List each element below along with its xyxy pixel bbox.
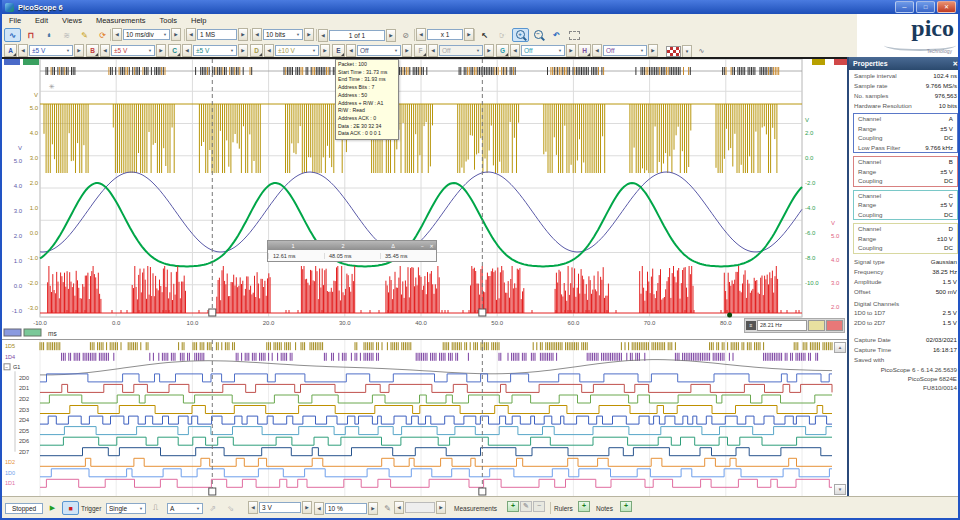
close-button[interactable]: ✕: [937, 1, 956, 13]
menu-item-edit[interactable]: Edit: [28, 16, 55, 25]
channel-c-range-decrease[interactable]: ◀: [182, 44, 192, 57]
pointer-tool-icon[interactable]: ↖: [476, 28, 493, 42]
menu-item-measurements[interactable]: Measurements: [89, 16, 153, 25]
channel-b-label-button[interactable]: B: [86, 44, 99, 57]
notes-button[interactable]: +: [620, 501, 632, 512]
samples-decrease-button[interactable]: ◀: [186, 28, 196, 41]
channel-h-range-increase[interactable]: ▶: [648, 44, 658, 57]
channel-c-axis-chip[interactable]: [23, 59, 39, 65]
rulers-button[interactable]: +: [578, 501, 590, 512]
menu-item-file[interactable]: File: [2, 16, 28, 25]
channel-d-range-increase[interactable]: ▶: [320, 44, 330, 57]
channel-e-range-increase[interactable]: ▶: [402, 44, 412, 57]
time-ruler-handle-2[interactable]: [479, 309, 486, 316]
channel-g-range-select[interactable]: Off▼: [521, 45, 565, 56]
advanced-trigger-icon[interactable]: ⎍: [147, 501, 164, 515]
channel-a-range-select[interactable]: ±5 V▼: [29, 45, 73, 56]
menu-item-views[interactable]: Views: [55, 16, 89, 25]
channel-f-range-decrease[interactable]: ◀: [428, 44, 438, 57]
timebase-select[interactable]: 10 ms/div▼: [123, 29, 170, 40]
timebase-decrease-button[interactable]: ◀: [112, 28, 122, 41]
ruler-legend-close-icon[interactable]: ✕: [427, 243, 436, 249]
channel-c-label-button[interactable]: C: [168, 44, 181, 57]
channel-f-label-button[interactable]: F: [414, 44, 427, 57]
channel-e-range-decrease[interactable]: ◀: [346, 44, 356, 57]
spectrum-view-icon[interactable]: ılı: [40, 28, 57, 42]
samples-field[interactable]: 1 MS: [197, 29, 237, 40]
frequency-legend-chip-yellow[interactable]: [808, 320, 825, 331]
buffer-next-button[interactable]: ▶: [386, 29, 396, 42]
timebase-increase-button[interactable]: ▶: [171, 28, 181, 41]
properties-close-icon[interactable]: ✕: [953, 60, 958, 68]
channel-a-range-decrease[interactable]: ◀: [18, 44, 28, 57]
start-capture-icon[interactable]: ▶: [44, 501, 61, 515]
resolution-decrease-button[interactable]: ◀: [252, 28, 262, 41]
trigger-marker[interactable]: [727, 313, 732, 318]
right-axis-scroll-chip[interactable]: [24, 329, 41, 336]
ruler-legend-minimize-icon[interactable]: −: [418, 243, 427, 249]
maximize-button[interactable]: □: [916, 1, 935, 13]
buffer-page-field[interactable]: 1 of 1: [329, 30, 385, 41]
probe-icon[interactable]: ∿: [693, 44, 710, 58]
channel-g-range-decrease[interactable]: ◀: [510, 44, 520, 57]
zoom-in-tool-icon[interactable]: +: [512, 28, 529, 42]
buffer-previous-button[interactable]: ◀: [318, 29, 328, 42]
digital-scroll-down-button[interactable]: ▼: [834, 484, 846, 495]
trigger-source-select[interactable]: A▼: [167, 503, 203, 514]
zoom-factor-field[interactable]: x 1: [427, 29, 463, 40]
channel-d-range-decrease[interactable]: ◀: [264, 44, 274, 57]
trigger-delay-increase-button[interactable]: ▶: [436, 501, 446, 514]
resolution-select[interactable]: 10 bits▼: [263, 29, 303, 40]
pretrigger-increase-button[interactable]: ▶: [368, 502, 378, 515]
zoom-undo-icon[interactable]: ↶: [548, 28, 565, 42]
falling-edge-icon[interactable]: ⇘: [222, 501, 239, 515]
channel-d-label-button[interactable]: D: [250, 44, 263, 57]
channel-b-range-decrease[interactable]: ◀: [100, 44, 110, 57]
zoom-increase-button[interactable]: ▶: [464, 28, 474, 41]
channel-a-axis-chip[interactable]: [4, 59, 20, 65]
channel-f-range-increase[interactable]: ▶: [484, 44, 494, 57]
channel-b-range-select[interactable]: ±5 V▼: [111, 45, 155, 56]
channel-g-range-increase[interactable]: ▶: [566, 44, 576, 57]
time-ruler-handle-1[interactable]: [209, 309, 216, 316]
zoom-decrease-button[interactable]: ◀: [416, 28, 426, 41]
channel-c-range-increase[interactable]: ▶: [238, 44, 248, 57]
frequency-legend-icon[interactable]: ≡: [746, 321, 756, 330]
channel-d-axis-chip[interactable]: [812, 59, 825, 65]
channel-a-range-increase[interactable]: ▶: [74, 44, 84, 57]
channel-h-label-button[interactable]: H: [578, 44, 591, 57]
channel-b-axis-chip[interactable]: [834, 59, 847, 65]
trigger-level-increase-button[interactable]: ▶: [302, 501, 312, 514]
digital-channels-dropdown[interactable]: ▼: [682, 45, 692, 58]
delete-measurement-button[interactable]: −: [533, 501, 545, 512]
minimize-button[interactable]: ─: [895, 1, 914, 13]
stop-capture-icon[interactable]: ■: [62, 501, 79, 515]
channel-e-range-select[interactable]: Off▼: [357, 45, 401, 56]
channel-a-label-button[interactable]: A: [4, 44, 17, 57]
persistence-view-icon[interactable]: ≋: [58, 28, 75, 42]
menu-item-tools[interactable]: Tools: [153, 16, 185, 25]
channel-f-range-select[interactable]: Off▼: [439, 45, 483, 56]
channel-h-range-decrease[interactable]: ◀: [592, 44, 602, 57]
trigger-delay-decrease-button[interactable]: ◀: [394, 501, 404, 514]
digital-channels-icon[interactable]: [666, 46, 681, 57]
menu-item-help[interactable]: Help: [184, 16, 213, 25]
rising-edge-icon[interactable]: ⇗: [204, 501, 221, 515]
probe-setup-icon[interactable]: ✎: [76, 28, 93, 42]
frequency-legend-chip-red[interactable]: [826, 320, 843, 331]
buffer-overview-icon[interactable]: ⊘: [397, 28, 414, 42]
trigger-level-decrease-button[interactable]: ◀: [248, 501, 258, 514]
pretrigger-field[interactable]: 10 %: [325, 503, 367, 514]
auto-setup-icon[interactable]: ⟳: [94, 28, 111, 42]
samples-increase-button[interactable]: ▶: [238, 28, 248, 41]
trigger-level-field[interactable]: 3 V: [259, 502, 301, 513]
channel-h-range-select[interactable]: Off▼: [603, 45, 647, 56]
channel-g-label-button[interactable]: G: [496, 44, 509, 57]
digital-view-icon[interactable]: ⊓: [22, 28, 39, 42]
left-axis-scroll-chip[interactable]: [4, 329, 21, 336]
add-measurement-button[interactable]: +: [507, 501, 519, 512]
zoom-out-tool-icon[interactable]: −: [530, 28, 547, 42]
marquee-zoom-icon[interactable]: [566, 28, 583, 42]
digital-scroll-up-button[interactable]: ▲: [834, 342, 846, 353]
hand-tool-icon[interactable]: ☞: [494, 28, 511, 42]
